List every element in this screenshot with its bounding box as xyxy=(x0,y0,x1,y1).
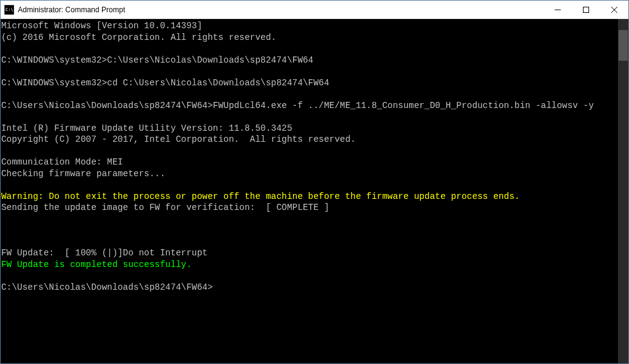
terminal-line xyxy=(1,270,617,282)
terminal-line: (c) 2016 Microsoft Corporation. All righ… xyxy=(1,32,617,44)
terminal-line xyxy=(1,145,617,157)
minimize-button[interactable] xyxy=(544,1,572,18)
terminal-line: FW Update: [ 100% (|)]Do not Interrupt xyxy=(1,247,617,259)
svg-rect-3 xyxy=(584,7,589,12)
terminal-line: C:\Users\Nicolas\Downloads\sp82474\FW64> xyxy=(1,282,617,293)
terminal-line xyxy=(1,66,617,77)
terminal-line xyxy=(1,111,617,123)
terminal-line xyxy=(1,88,617,100)
titlebar-buttons xyxy=(544,1,628,18)
terminal-content[interactable]: Microsoft Windows [Version 10.0.14393](c… xyxy=(1,19,618,363)
terminal-line xyxy=(1,43,617,55)
terminal-line xyxy=(1,179,617,191)
titlebar[interactable]: C:\ Administrator: Command Prompt xyxy=(1,1,628,19)
terminal-line: C:\Users\Nicolas\Downloads\sp82474\FW64>… xyxy=(1,100,617,112)
terminal-line: Copyright (C) 2007 - 2017, Intel Corpora… xyxy=(1,134,617,145)
terminal-line: Warning: Do not exit the process or powe… xyxy=(1,191,617,203)
scrollbar-thumb[interactable] xyxy=(619,30,628,61)
terminal-line: Intel (R) Firmware Update Utility Versio… xyxy=(1,123,617,134)
svg-text:C:\: C:\ xyxy=(6,7,14,12)
terminal-area: Microsoft Windows [Version 10.0.14393](c… xyxy=(1,19,628,363)
command-prompt-window: C:\ Administrator: Command Prompt Micros… xyxy=(0,0,629,364)
terminal-line xyxy=(1,236,617,248)
terminal-line: C:\WINDOWS\system32>cd C:\Users\Nicolas\… xyxy=(1,77,617,89)
terminal-line xyxy=(1,214,617,225)
terminal-line: C:\WINDOWS\system32>C:\Users\Nicolas\Dow… xyxy=(1,55,617,66)
cmd-icon: C:\ xyxy=(4,5,14,15)
scrollbar[interactable] xyxy=(618,19,628,363)
maximize-button[interactable] xyxy=(572,1,600,18)
terminal-line: FW Update is completed successfully. xyxy=(1,259,617,271)
terminal-line: Communication Mode: MEI xyxy=(1,157,617,168)
terminal-line xyxy=(1,225,617,236)
terminal-line: Microsoft Windows [Version 10.0.14393] xyxy=(1,20,617,32)
terminal-line: Checking firmware parameters... xyxy=(1,168,617,180)
terminal-line: Sending the update image to FW for verif… xyxy=(1,202,617,214)
close-button[interactable] xyxy=(600,1,628,18)
window-title: Administrator: Command Prompt xyxy=(18,6,544,14)
